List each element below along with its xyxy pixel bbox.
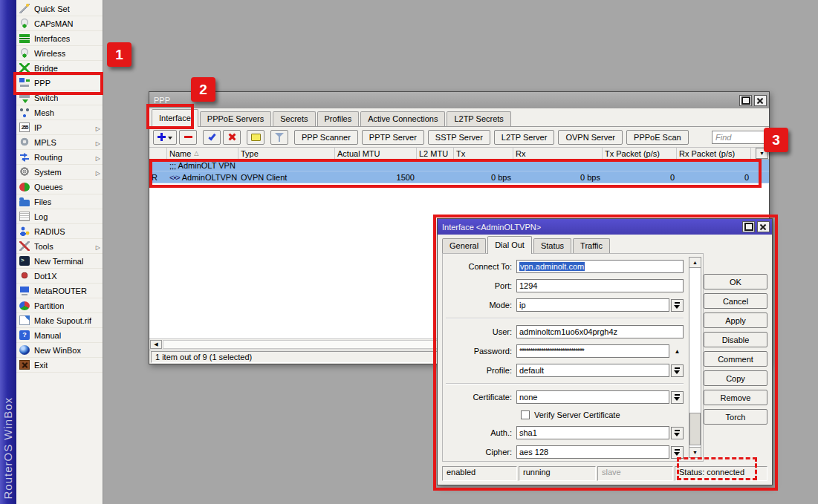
sidebar-item-dot1x[interactable]: Dot1X	[16, 269, 103, 284]
comment-button[interactable]	[247, 130, 264, 145]
tab-l2tp-secrets[interactable]: L2TP Secrets	[447, 111, 510, 126]
cipher-dropdown-button[interactable]	[671, 446, 684, 459]
pppoe-scan-button[interactable]: PPPoE Scan	[626, 130, 689, 145]
connect-to-input[interactable]: vpn.adminolt.com	[516, 260, 684, 273]
sidebar-item-mesh[interactable]: Mesh	[16, 105, 103, 120]
sidebar-item-metarouter[interactable]: MetaROUTER	[16, 284, 103, 298]
port-input[interactable]: 1294	[516, 279, 684, 292]
tab-active-connections[interactable]: Active Connections	[360, 111, 445, 126]
mode-select[interactable]: ip	[516, 298, 669, 312]
sidebar-item-wireless[interactable]: Wireless	[16, 46, 103, 61]
sidebar-item-switch[interactable]: Switch	[16, 91, 103, 105]
tab-secrets[interactable]: Secrets	[273, 111, 315, 126]
tab-general[interactable]: General	[442, 238, 486, 253]
maximize-icon[interactable]	[739, 95, 752, 106]
torch-button[interactable]: Torch	[704, 409, 767, 425]
sidebar-item-new-terminal[interactable]: New Terminal	[16, 254, 103, 269]
sidebar-item-interfaces[interactable]: Interfaces	[16, 31, 103, 46]
ovpn-server-button[interactable]: OVPN Server	[558, 130, 623, 145]
filter-button[interactable]	[270, 130, 288, 145]
tab-traffic[interactable]: Traffic	[573, 238, 610, 253]
sidebar-item-ip[interactable]: IP	[16, 120, 103, 135]
flag-column-header[interactable]	[149, 148, 167, 159]
sidebar-item-quick-set[interactable]: Quick Set	[16, 1, 103, 16]
column-header-name[interactable]: Name	[167, 148, 238, 159]
user-input[interactable]: adminoltcm1uo6x04prgh4z	[516, 325, 684, 338]
winbox-icon	[19, 345, 30, 355]
sidebar-item-capsman[interactable]: CAPsMAN	[16, 16, 103, 31]
tab-interface[interactable]: Interface	[152, 109, 198, 127]
certificate-select[interactable]: none	[516, 390, 669, 404]
ok-button[interactable]: OK	[704, 274, 767, 289]
mode-dropdown-button[interactable]	[671, 299, 684, 312]
column-header-rx[interactable]: Rx	[513, 148, 603, 159]
scroll-left-icon[interactable]	[150, 340, 162, 349]
sstp-server-button[interactable]: SSTP Server	[428, 130, 490, 145]
profile-dropdown-button[interactable]	[671, 364, 684, 377]
comment-row[interactable]: ;;; AdminOLT VPN	[149, 160, 769, 171]
dialog-button-column: OK Cancel Apply Disable Comment Copy Rem…	[704, 274, 767, 425]
comment-button[interactable]: Comment	[704, 351, 767, 367]
scrollbar-thumb[interactable]	[689, 413, 701, 445]
ppp-window-titlebar[interactable]: PPP	[149, 92, 769, 108]
auth-select[interactable]: sha1	[516, 426, 669, 439]
l2tp-server-button[interactable]: L2TP Server	[494, 130, 555, 145]
tab-pppoe-servers[interactable]: PPPoE Servers	[200, 111, 271, 126]
sidebar-item-radius[interactable]: RADIUS	[16, 224, 103, 239]
column-header-l2-mtu[interactable]: L2 MTU	[417, 148, 454, 159]
selected-text: vpn.adminolt.com	[519, 262, 585, 271]
cipher-select[interactable]: aes 128	[516, 445, 669, 459]
column-header-tx[interactable]: Tx	[454, 148, 513, 159]
certificate-dropdown-button[interactable]	[671, 391, 684, 404]
gear-icon	[19, 167, 30, 177]
sidebar-item-routing[interactable]: Routing	[16, 150, 103, 165]
sidebar-item-exit[interactable]: Exit	[16, 358, 103, 373]
close-icon[interactable]	[757, 221, 770, 232]
maximize-icon[interactable]	[742, 221, 755, 232]
tab-status[interactable]: Status	[533, 238, 571, 253]
sidebar-item-mpls[interactable]: MPLS	[16, 135, 103, 150]
disable-button[interactable]	[223, 130, 241, 145]
dialog-titlebar[interactable]: Interface <AdminOLTVPN>	[438, 219, 772, 235]
find-input[interactable]	[712, 131, 765, 144]
password-input[interactable]: ******************************	[516, 344, 669, 358]
sidebar-item-make-supout[interactable]: Make Supout.rif	[16, 313, 103, 328]
sidebar-item-label: RADIUS	[34, 227, 65, 236]
form-vertical-scrollbar[interactable]	[689, 257, 701, 458]
sidebar-item-files[interactable]: Files	[16, 194, 103, 209]
scroll-down-icon[interactable]	[689, 447, 701, 458]
sidebar-item-partition[interactable]: Partition	[16, 298, 103, 313]
password-label: Password:	[446, 347, 516, 356]
scroll-up-icon[interactable]	[689, 257, 701, 268]
remove-button[interactable]	[179, 130, 197, 145]
sidebar-item-queues[interactable]: Queues	[16, 180, 103, 194]
sidebar-item-log[interactable]: Log	[16, 209, 103, 224]
column-header-actual-mtu[interactable]: Actual MTU	[335, 148, 417, 159]
sidebar-item-new-winbox[interactable]: New WinBox	[16, 343, 103, 358]
apply-button[interactable]: Apply	[704, 312, 767, 328]
close-icon[interactable]	[754, 95, 767, 106]
sidebar-item-ppp[interactable]: PPP	[16, 76, 103, 91]
cancel-button[interactable]: Cancel	[704, 293, 767, 309]
password-reveal-arrow-icon[interactable]	[671, 348, 684, 355]
sidebar-item-system[interactable]: System	[16, 165, 103, 180]
pptp-server-button[interactable]: PPTP Server	[362, 130, 424, 145]
remove-button[interactable]: Remove	[704, 390, 767, 405]
auth-dropdown-button[interactable]	[671, 427, 684, 439]
disable-button[interactable]: Disable	[704, 332, 767, 347]
sidebar-item-manual[interactable]: Manual	[16, 328, 103, 343]
column-header-tx-packet[interactable]: Tx Packet (p/s)	[603, 148, 677, 159]
add-button[interactable]	[153, 130, 177, 145]
verify-server-certificate-checkbox[interactable]	[521, 410, 530, 419]
column-header-type[interactable]: Type	[238, 148, 335, 159]
enable-button[interactable]	[203, 130, 221, 145]
ppp-scanner-button[interactable]: PPP Scanner	[294, 130, 358, 145]
profile-select[interactable]: default	[516, 364, 669, 377]
sidebar-item-bridge[interactable]: Bridge	[16, 61, 103, 76]
tab-dial-out[interactable]: Dial Out	[487, 236, 532, 254]
copy-button[interactable]: Copy	[704, 370, 767, 386]
tab-profiles[interactable]: Profiles	[317, 111, 360, 126]
interface-row[interactable]: R <•>AdminOLTVPN OVPN Client 1500 0 bps …	[149, 171, 769, 183]
sidebar-item-tools[interactable]: Tools	[16, 239, 103, 254]
column-header-rx-packet[interactable]: Rx Packet (p/s)	[677, 148, 751, 159]
